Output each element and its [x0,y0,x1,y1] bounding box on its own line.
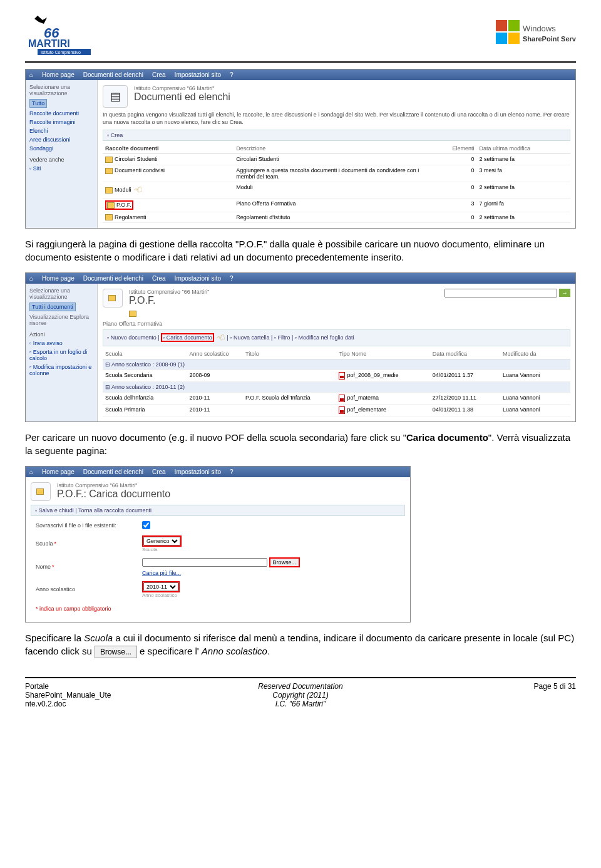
side-item[interactable]: Tutti i documenti [29,302,93,311]
svg-rect-5 [508,20,520,31]
overwrite-row: Sovrascrivi il file o i file esistenti: [31,519,405,533]
table-row[interactable]: Documenti condivisiAggiungere a questa r… [103,165,570,182]
folder-icon [105,168,113,174]
group-header[interactable]: ⊟ Anno scolastico : 2008-09 (1) [103,359,570,369]
multi-upload-link[interactable]: Carica più file... [142,570,181,576]
nome-row: Nome* Browse... Carica più file... [31,555,405,579]
inst-name: Istituto Comprensivo "66 Martiri" [134,85,230,91]
svg-rect-4 [496,20,507,31]
side-item[interactable]: Sondaggi [29,145,93,152]
logo-martiri: 66 MARTIRI Istituto Comprensivo [25,13,100,56]
library-icon [103,289,123,307]
overwrite-label: Sovrascrivi il file o i file esistenti: [36,522,142,529]
inst-name: Istituto Comprensivo "66 Martiri" [129,289,209,295]
pdf-icon [339,406,345,414]
back-link[interactable]: Torna alla raccolta documenti [78,507,152,514]
table-row-pof[interactable]: P.O.F.Piano Offerta Formativa37 giorni f… [103,199,570,212]
pointer-hand-icon: ☜ [132,183,145,197]
sp-topbar: ⌂ Home page Documenti ed elenchi Crea Im… [26,70,575,80]
overwrite-checkbox[interactable] [142,521,150,529]
toolbar-crea[interactable]: ▫ Crea [103,130,570,141]
anno-note: Anno scolastico [142,592,400,598]
edit-datasheet[interactable]: ▫ Modifica nel foglio dati [295,334,354,341]
side-item[interactable]: ▫ Esporta in un foglio di calcolo [29,349,93,361]
side-tutto[interactable]: Tutto [29,99,93,108]
anno-select[interactable]: 2010-11 [143,582,178,591]
nav-crea[interactable]: Crea [152,71,166,78]
screenshot-upload: ⌂ Home page Documenti ed elenchi Crea Im… [25,466,411,623]
table-row[interactable]: Circolari StudentiCircolari Studenti02 s… [103,154,570,165]
description: In questa pagina vengono visualizzati tu… [103,111,570,126]
sp-topbar: ⌂ Home page Documenti ed elenchi Crea Im… [26,467,410,477]
svg-text:SharePoint Services: SharePoint Services [523,35,576,43]
side-siti[interactable]: ▫ Siti [29,165,93,172]
doc-libraries-table: Raccolte documenti Descrizione Elementi … [103,143,570,223]
svg-rect-7 [508,33,520,44]
page-title: P.O.F.: Carica documento [57,488,170,500]
side-item[interactable]: ▫ Modifica impostazioni e colonne [29,364,93,376]
folder-icon [107,202,115,209]
nome-label: Nome* [36,564,142,570]
side-hdr2: Azioni [29,331,93,338]
search-input[interactable] [444,289,557,297]
scuola-select[interactable]: Generico [143,537,180,545]
table-row[interactable]: Scuola dell'Infanzia2010-11P.O.F. Scuola… [103,392,570,404]
nav-home[interactable]: Home page [42,71,74,78]
side-item[interactable]: ▫ Invia avviso [29,340,93,346]
svg-rect-6 [496,33,507,44]
nav-docs[interactable]: Documenti ed elenchi [83,468,143,475]
table-row[interactable]: RegolamentiRegolamenti d'Istituto02 sett… [103,212,570,223]
nav-help[interactable]: ? [230,275,234,282]
page-title: P.O.F. [129,295,209,306]
library-toolbar: ▫ Nuovo documento | ▫ Carica documento☜ … [103,329,570,346]
nav-home[interactable]: Home page [42,468,74,475]
svg-text:Windows: Windows [523,24,556,33]
filter[interactable]: ▫ Filtro [274,334,290,341]
paragraph-2: Per caricare un nuovo documento (e.g. il… [25,431,576,457]
sub-desc: Piano Offerta Formativa [103,321,570,327]
home-icon: ⌂ [29,275,33,282]
svg-text:Istituto Comprensivo: Istituto Comprensivo [41,50,81,55]
pointer-hand-icon: ☜ [215,331,227,345]
side-item[interactable]: Visualizzazione Esplora risorse [29,314,93,326]
new-doc[interactable]: ▫ Nuovo documento [107,334,157,341]
nav-crea[interactable]: Crea [152,468,166,475]
nav-settings[interactable]: Impostazioni sito [175,275,221,282]
nav-docs[interactable]: Documenti ed elenchi [83,275,143,282]
page-subtitle [129,310,209,317]
nav-settings[interactable]: Impostazioni sito [175,71,221,78]
table-row[interactable]: Moduli☜Moduli02 settimane fa [103,182,570,199]
go-button[interactable]: → [559,289,570,297]
table-row[interactable]: Scuola Primaria2010-11pof_elementare04/0… [103,404,570,416]
upload-doc[interactable]: ▫ Carica documento [161,333,214,342]
logo-sharepoint: Windows SharePoint Services [495,19,576,50]
side-hdr2: Vedere anche [29,157,93,163]
nav-help[interactable]: ? [230,71,234,78]
table-row[interactable]: Scuola Secondaria2008-09pof_2008_09_medi… [103,369,570,381]
page-title: Documenti ed elenchi [134,91,230,103]
nome-input[interactable] [142,558,267,567]
nav-settings[interactable]: Impostazioni sito [175,468,221,475]
side-item[interactable]: Raccolte documenti [29,110,93,116]
side-item[interactable]: Aree discussioni [29,137,93,143]
pdf-icon [339,395,345,402]
save-close[interactable]: ▫ Salva e chiudi [35,507,74,514]
page-footer: Portale SharePoint_Manuale_Ute nte.v0.2.… [25,677,576,708]
anno-label: Anno scolastico [36,586,142,592]
browse-button[interactable]: Browse... [269,557,300,567]
side-item[interactable]: Elenchi [29,128,93,134]
nav-crea[interactable]: Crea [152,275,166,282]
side-item[interactable]: Raccolte immagini [29,119,93,125]
footer-left: Portale SharePoint_Manuale_Ute nte.v0.2.… [25,682,208,708]
home-icon: ⌂ [29,71,33,78]
pdf-icon [339,372,345,380]
sp-topbar: ⌂ Home page Documenti ed elenchi Crea Im… [26,273,575,284]
nav-home[interactable]: Home page [42,275,74,282]
footer-right: Page 5 di 31 [393,682,576,708]
nav-help[interactable]: ? [230,468,234,475]
new-folder[interactable]: ▫ Nuova cartella [230,334,269,341]
sidebar: Selezionare una visualizzazione Tutto Ra… [26,80,98,228]
svg-text:MARTIRI: MARTIRI [28,38,70,49]
nav-docs[interactable]: Documenti ed elenchi [83,71,143,78]
group-header[interactable]: ⊟ Anno scolastico : 2010-11 (2) [103,381,570,392]
